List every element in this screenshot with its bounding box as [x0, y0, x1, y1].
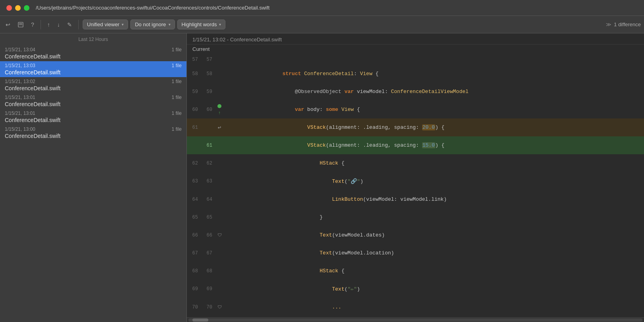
line-num-left: 68 [187, 262, 201, 280]
highlight-dropdown-label: Highlight words [182, 21, 217, 27]
sidebar-item-date-4: 1/15/21, 13:01 1 file [5, 111, 182, 116]
navigate-up-button[interactable]: ↑ [45, 20, 52, 29]
ignore-dropdown-arrow: ▾ [169, 22, 171, 27]
line-code: HStack { [223, 262, 644, 280]
sidebar-count-2: 1 file [172, 79, 182, 84]
sidebar-item-4[interactable]: 1/15/21, 13:01 1 file ConferenceDetail.s… [0, 109, 186, 125]
line-gutter [215, 190, 223, 208]
line-gutter [215, 244, 223, 262]
undo-button[interactable]: ↩ [3, 20, 13, 29]
help-button[interactable]: ? [29, 20, 37, 29]
ignore-dropdown[interactable]: Do not ignore ▾ [130, 19, 175, 29]
viewer-dropdown[interactable]: Unified viewer ▾ [83, 19, 128, 29]
separator-1 [41, 20, 41, 29]
line-gutter [215, 280, 223, 298]
line-gutter [215, 65, 223, 83]
line-num-right: 63 [201, 172, 215, 190]
shield-icon-2: 🛡 [217, 305, 222, 310]
line-num-left: 63 [187, 172, 201, 190]
line-code: var body: some View { [223, 101, 644, 118]
line-code: HStack { [223, 154, 644, 172]
sidebar-date-text-4: 1/15/21, 13:01 [5, 111, 35, 116]
sidebar-section-header: Last 12 Hours [0, 33, 186, 45]
sidebar-date-text-0: 1/15/21, 13:04 [5, 47, 35, 52]
sidebar-file-5: ConferenceDetail.swift [5, 133, 182, 139]
toolbar: ↩ ? ↑ ↓ ✎ Unified viewer ▾ Do not ignore… [0, 16, 644, 33]
scrollbar-thumb[interactable] [192, 318, 208, 322]
table-row: 60 60 ↑ var body: some View { [187, 101, 644, 118]
minimize-button[interactable] [15, 5, 21, 11]
line-gutter [215, 54, 223, 65]
horizontal-scrollbar[interactable] [187, 317, 644, 322]
traffic-lights [6, 5, 29, 11]
highlight-dropdown-arrow: ▾ [219, 22, 221, 27]
line-code: @ObservedObject var viewModel: Conferenc… [223, 83, 644, 101]
line-num-left: 67 [187, 244, 201, 262]
line-code: Text("✏️") [223, 280, 644, 298]
line-gutter [215, 136, 223, 154]
table-row: 68 68 HStack { [187, 262, 644, 280]
line-gutter: 🛡 [215, 298, 223, 316]
sidebar-file-0: ConferenceDetail.swift [5, 53, 182, 60]
toolbar-right: ≫ 1 difference [606, 21, 641, 27]
line-num-left: 62 [187, 154, 201, 172]
code-content[interactable]: 57 57 58 58 struct ConferenceDetail: Vie… [187, 54, 644, 317]
maximize-button[interactable] [24, 5, 29, 11]
highlight-dropdown[interactable]: Highlight words ▾ [177, 19, 226, 29]
sidebar-item-1[interactable]: 1/15/21, 13:03 1 file ConferenceDetail.s… [0, 61, 186, 77]
line-code: Text("🔗") [223, 172, 644, 190]
viewer-dropdown-arrow: ▾ [122, 22, 124, 27]
line-num-right: 60 [201, 101, 215, 118]
line-num-right: 59 [201, 83, 215, 101]
history-button[interactable] [15, 20, 26, 29]
line-num-left: 70 [187, 298, 201, 316]
line-gutter: ↩ [215, 118, 223, 136]
line-num-right: 69 [201, 280, 215, 298]
line-num-right: 68 [201, 262, 215, 280]
line-gutter [215, 208, 223, 226]
line-num-left: 69 [187, 280, 201, 298]
sidebar-date-text-3: 1/15/21, 13:01 [5, 95, 35, 100]
line-gutter [215, 172, 223, 190]
ignore-dropdown-label: Do not ignore [135, 21, 166, 27]
sidebar-item-date-3: 1/15/21, 13:01 1 file [5, 95, 182, 100]
chevron-right-icon: ≫ [606, 21, 611, 27]
line-num-left [187, 136, 201, 154]
sidebar-item-5[interactable]: 1/15/21, 13:00 1 file ConferenceDetail.s… [0, 125, 186, 141]
line-num-right: 62 [201, 154, 215, 172]
sidebar-item-2[interactable]: 1/15/21, 13:02 1 file ConferenceDetail.s… [0, 77, 186, 93]
table-row: 57 57 [187, 54, 644, 65]
line-num-right: 64 [201, 190, 215, 208]
line-num-right: 65 [201, 208, 215, 226]
line-code: Text(viewModel.dates) [223, 226, 644, 244]
sidebar-item-date-0: 1/15/21, 13:04 1 file [5, 47, 182, 52]
table-row: 63 63 Text("🔗") [187, 172, 644, 190]
line-num-right: 66 [201, 226, 215, 244]
line-gutter [215, 83, 223, 101]
sidebar-count-5: 1 file [172, 126, 182, 132]
line-num-left: 60 [187, 101, 201, 118]
title-bar: /Users/jetbrains/Projects/cocoaconferenc… [0, 0, 644, 16]
sidebar-date-text-1: 1/15/21, 13:03 [5, 63, 35, 68]
line-num-left: 66 [187, 226, 201, 244]
edit-button[interactable]: ✎ [65, 20, 74, 29]
code-panel: 1/15/21, 13:02 - ConferenceDetail.swift … [187, 33, 644, 322]
revert-icon[interactable]: ↩ [218, 124, 221, 131]
code-header: 1/15/21, 13:02 - ConferenceDetail.swift [187, 33, 644, 45]
line-num-right: 61 [201, 136, 215, 154]
line-code: } [223, 208, 644, 226]
main-layout: Last 12 Hours 1/15/21, 13:04 1 file Conf… [0, 33, 644, 322]
navigate-down-button[interactable]: ↓ [55, 20, 62, 29]
diff-count: 1 difference [614, 21, 641, 27]
code-subheader: Current [187, 45, 644, 54]
line-code: VStack(alignment: .leading, spacing: 15.… [223, 136, 644, 154]
sidebar-file-4: ConferenceDetail.swift [5, 117, 182, 123]
line-num-right [201, 118, 215, 136]
sidebar-file-1: ConferenceDetail.swift [5, 69, 182, 76]
sidebar-item-3[interactable]: 1/15/21, 13:01 1 file ConferenceDetail.s… [0, 93, 186, 109]
line-code [223, 54, 644, 65]
code-table: 57 57 58 58 struct ConferenceDetail: Vie… [187, 54, 644, 316]
sidebar-item-0[interactable]: 1/15/21, 13:04 1 file ConferenceDetail.s… [0, 45, 186, 61]
close-button[interactable] [6, 5, 12, 11]
line-gutter [215, 262, 223, 280]
